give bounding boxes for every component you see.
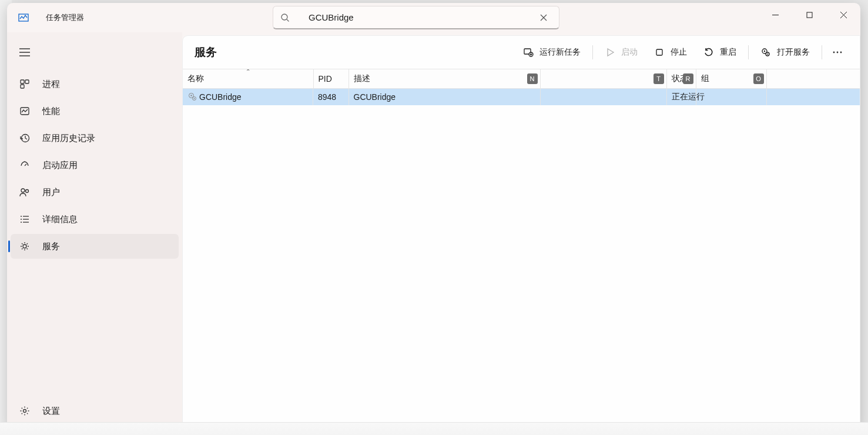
startup-icon — [19, 159, 31, 171]
column-header-status[interactable]: 状态 R — [666, 69, 696, 88]
sidebar-item-label: 详细信息 — [42, 214, 78, 225]
svg-point-39 — [837, 52, 839, 53]
titlebar[interactable]: 任务管理器 — [7, 3, 860, 32]
sidebar-item-label: 启动应用 — [42, 160, 78, 171]
hamburger-icon — [19, 48, 30, 56]
services-icon — [19, 240, 31, 252]
column-header-pid[interactable]: PID — [313, 69, 348, 88]
sidebar-item-label: 进程 — [42, 79, 60, 90]
processes-icon — [19, 78, 31, 90]
svg-point-19 — [26, 190, 29, 193]
services-table: ⌃ 名称 PID 描述 N T — [183, 69, 860, 430]
table-row[interactable]: GCUBridge 8948 GCUBridge 正在运行 — [183, 88, 860, 105]
access-key-badge: N — [527, 73, 538, 84]
separator — [822, 45, 822, 59]
hamburger-button[interactable] — [12, 41, 37, 63]
svg-point-27 — [24, 410, 26, 413]
svg-line-17 — [25, 164, 26, 166]
separator — [748, 45, 749, 59]
play-icon — [605, 47, 615, 58]
sidebar-item-users[interactable]: 用户 — [11, 180, 179, 205]
history-icon — [19, 132, 31, 144]
sort-asc-icon: ⌃ — [246, 69, 250, 75]
svg-point-36 — [764, 51, 766, 52]
sidebar-item-startup[interactable]: 启动应用 — [11, 153, 179, 178]
search-box[interactable] — [273, 6, 559, 29]
search-input[interactable] — [309, 12, 535, 22]
svg-line-2 — [287, 19, 289, 22]
stop-icon — [654, 47, 665, 58]
svg-point-44 — [193, 98, 195, 99]
search-icon — [280, 13, 290, 22]
svg-point-40 — [840, 52, 842, 53]
sidebar-item-settings[interactable]: 设置 — [11, 399, 179, 423]
sidebar-item-processes[interactable]: 进程 — [11, 72, 179, 96]
close-icon — [540, 14, 547, 21]
more-icon — [833, 51, 842, 53]
open-services-icon — [760, 47, 771, 58]
users-icon — [19, 186, 31, 198]
separator — [592, 45, 593, 59]
run-new-task-button[interactable]: 运行新任务 — [515, 41, 589, 64]
access-key-badge: R — [683, 73, 693, 84]
restart-icon — [703, 47, 714, 58]
clear-search-button[interactable] — [535, 9, 552, 26]
sidebar-item-label: 服务 — [42, 241, 60, 252]
sidebar-item-label: 设置 — [42, 406, 60, 417]
svg-rect-33 — [656, 49, 662, 55]
column-header-description-ext[interactable]: T — [540, 69, 666, 88]
gear-icon — [19, 405, 31, 417]
column-header-blank — [766, 69, 860, 88]
svg-point-43 — [190, 95, 192, 96]
cell-name: GCUBridge — [199, 92, 242, 102]
details-icon — [19, 213, 31, 225]
column-header-name[interactable]: ⌃ 名称 — [183, 69, 313, 88]
run-task-icon — [523, 47, 534, 58]
svg-point-26 — [23, 245, 26, 248]
restart-button[interactable]: 重启 — [695, 41, 745, 64]
open-services-button[interactable]: 打开服务 — [752, 41, 818, 64]
svg-rect-13 — [25, 80, 29, 83]
svg-point-37 — [767, 53, 768, 55]
app-icon — [18, 12, 29, 24]
svg-rect-14 — [21, 85, 24, 88]
cell-description: GCUBridge — [348, 88, 540, 105]
start-button: 启动 — [596, 41, 646, 64]
column-header-group[interactable]: 组 O — [696, 69, 766, 88]
page-title: 服务 — [195, 45, 515, 60]
svg-rect-6 — [807, 12, 812, 18]
app-title: 任务管理器 — [46, 12, 84, 23]
svg-marker-32 — [608, 49, 614, 56]
cell-group — [696, 88, 766, 105]
content-panel: 服务 运行新任务 启动 停止 — [182, 35, 860, 430]
svg-point-18 — [21, 189, 25, 192]
service-icon — [187, 92, 197, 102]
minimize-button[interactable] — [758, 3, 792, 26]
sidebar-item-label: 用户 — [42, 187, 60, 198]
sidebar-item-label: 性能 — [42, 106, 60, 117]
cell-status: 正在运行 — [666, 88, 696, 105]
background-taskbar — [0, 422, 868, 435]
sidebar-item-details[interactable]: 详细信息 — [11, 207, 179, 232]
sidebar-item-services[interactable]: 服务 — [11, 234, 179, 259]
more-button[interactable] — [826, 41, 849, 64]
svg-rect-12 — [21, 80, 24, 83]
stop-button[interactable]: 停止 — [646, 41, 695, 64]
sidebar-item-history[interactable]: 应用历史记录 — [11, 126, 179, 150]
close-button[interactable] — [826, 3, 860, 26]
svg-point-38 — [833, 52, 835, 53]
sidebar: 进程 性能 应用历史记录 启动应用 用户 — [7, 32, 182, 430]
maximize-button[interactable] — [792, 3, 826, 26]
cell-pid: 8948 — [313, 88, 348, 105]
access-key-badge: T — [653, 73, 664, 84]
access-key-badge: O — [753, 73, 764, 84]
column-header-description[interactable]: 描述 N — [348, 69, 540, 88]
task-manager-window: 任务管理器 — [7, 3, 860, 430]
performance-icon — [19, 105, 31, 117]
sidebar-item-label: 应用历史记录 — [42, 133, 95, 144]
sidebar-item-performance[interactable]: 性能 — [11, 99, 179, 123]
svg-point-1 — [281, 14, 287, 20]
